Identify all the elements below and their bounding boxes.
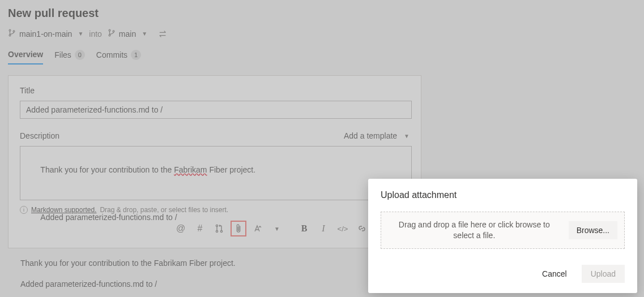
into-label: into <box>89 29 102 38</box>
count-badge: 1 <box>131 50 141 60</box>
hash-button[interactable]: # <box>192 221 208 236</box>
upload-attachment-modal: Upload attachment Drag and drop a file h… <box>368 179 637 293</box>
markdown-hint: i Markdown supported. Drag & drop, paste… <box>20 206 412 214</box>
upload-button[interactable]: Upload <box>582 265 625 283</box>
page-title: New pull request <box>8 7 636 20</box>
tab-label: Commits <box>96 50 127 59</box>
tab-label: Files <box>54 50 71 59</box>
browse-button[interactable]: Browse... <box>569 221 617 239</box>
svg-point-4 <box>109 35 110 36</box>
source-branch-label: main1-on-main <box>19 29 72 38</box>
tab-overview[interactable]: Overview <box>8 50 43 64</box>
title-input[interactable] <box>20 101 412 119</box>
chevron-down-icon[interactable]: ▼ <box>269 221 285 236</box>
desc-line1-pre: Thank you for your contribution to the <box>40 165 174 174</box>
title-label: Title <box>20 86 410 95</box>
svg-point-3 <box>109 29 110 31</box>
swap-branches-button[interactable] <box>159 30 168 38</box>
info-icon: i <box>20 206 28 214</box>
mention-button[interactable]: @ <box>173 221 189 236</box>
svg-point-8 <box>220 230 222 232</box>
source-branch-select[interactable]: main1-on-main ▼ <box>8 29 83 38</box>
svg-point-1 <box>9 35 11 36</box>
cancel-button[interactable]: Cancel <box>533 265 576 283</box>
text-style-button[interactable] <box>250 221 266 236</box>
attach-file-button[interactable] <box>231 221 246 236</box>
target-branch-label: main <box>119 29 136 38</box>
pull-request-icon[interactable] <box>211 221 227 236</box>
chevron-down-icon: ▼ <box>404 133 410 139</box>
chevron-down-icon: ▼ <box>78 31 83 37</box>
tab-commits[interactable]: Commits 1 <box>96 50 141 64</box>
branch-icon <box>108 29 116 38</box>
description-label: Description <box>20 131 59 140</box>
svg-point-6 <box>216 225 217 226</box>
modal-actions: Cancel Upload <box>381 265 625 283</box>
branch-selector-row: main1-on-main ▼ into main ▼ <box>8 29 636 38</box>
code-button[interactable]: </> <box>335 221 351 236</box>
svg-point-7 <box>216 230 217 232</box>
svg-point-0 <box>9 29 11 31</box>
branch-icon <box>8 29 16 38</box>
target-branch-select[interactable]: main ▼ <box>108 29 147 38</box>
svg-point-5 <box>113 31 114 32</box>
count-badge: 0 <box>75 50 85 60</box>
italic-button[interactable]: I <box>315 221 331 236</box>
spellcheck-word: Fabrikam <box>174 165 207 174</box>
desc-line1-post: Fiber project. <box>207 165 256 174</box>
svg-point-2 <box>13 31 15 32</box>
chevron-down-icon: ▼ <box>142 31 147 37</box>
md-hint-text: Drag & drop, paste, or select files to i… <box>100 206 228 214</box>
tab-label: Overview <box>8 50 43 59</box>
tab-files[interactable]: Files 0 <box>54 50 85 64</box>
tabs: Overview Files 0 Commits 1 <box>8 50 636 65</box>
modal-title: Upload attachment <box>381 190 625 200</box>
link-button[interactable] <box>354 221 370 236</box>
dropzone[interactable]: Drag and drop a file here or click brows… <box>381 212 625 249</box>
add-template-label: Add a template <box>344 131 397 140</box>
pr-form-panel: Title Description Add a template ▼ Thank… <box>8 75 421 248</box>
dropzone-text: Drag and drop a file here or click brows… <box>388 219 561 241</box>
add-template-dropdown[interactable]: Add a template ▼ <box>344 131 410 140</box>
markdown-supported-link[interactable]: Markdown supported. <box>31 206 96 214</box>
bold-button[interactable]: B <box>296 221 312 236</box>
desc-line2: Added parameterized-functions.md to / <box>40 213 177 222</box>
description-textarea[interactable]: Thank you for your contribution to the F… <box>20 146 412 200</box>
